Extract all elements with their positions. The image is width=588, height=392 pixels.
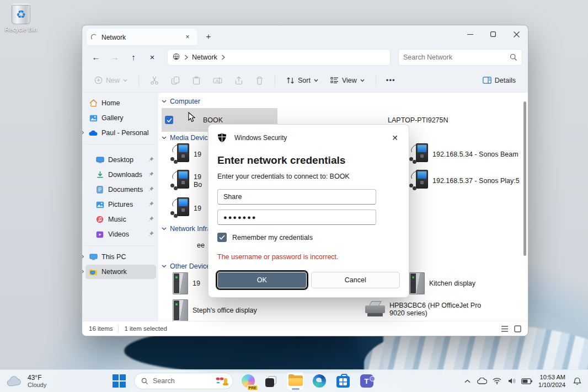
network-location-icon bbox=[172, 53, 180, 61]
sort-button[interactable]: Sort bbox=[282, 73, 323, 88]
sidebar-item-home[interactable]: Home bbox=[85, 96, 156, 110]
back-button[interactable]: ← bbox=[88, 50, 104, 65]
new-tab-button[interactable]: + bbox=[202, 31, 215, 41]
details-view-toggle-icon[interactable] bbox=[501, 325, 509, 332]
vertical-scrollbar[interactable] bbox=[523, 95, 527, 319]
device-tile-steph-display[interactable]: Steph's office display bbox=[173, 299, 257, 321]
details-pane-button[interactable]: Details bbox=[478, 73, 520, 88]
device-tile-kitchen-display[interactable]: Kitchen display bbox=[409, 272, 475, 294]
search-box[interactable] bbox=[398, 49, 522, 66]
expand-chevron-icon[interactable] bbox=[82, 129, 84, 137]
downloads-icon bbox=[95, 170, 104, 179]
sidebar-item-onedrive[interactable]: Paul - Personal bbox=[85, 126, 156, 140]
device-tile-media-3[interactable]: 19 bbox=[170, 197, 201, 219]
collapse-chevron-icon[interactable] bbox=[162, 136, 167, 139]
task-view-button[interactable] bbox=[263, 372, 281, 390]
password-field[interactable] bbox=[217, 210, 376, 225]
up-button[interactable]: ↑ bbox=[125, 50, 142, 65]
group-header-media-devices[interactable]: Media Devices bbox=[162, 134, 215, 142]
delete-button[interactable] bbox=[251, 73, 268, 88]
device-tile-router[interactable]: ee bbox=[167, 237, 205, 254]
view-button[interactable]: View bbox=[326, 73, 369, 88]
close-button[interactable] bbox=[505, 25, 528, 43]
media-player-icon bbox=[170, 197, 189, 219]
large-icons-view-toggle-icon[interactable] bbox=[514, 325, 521, 332]
svg-text:A: A bbox=[216, 78, 218, 83]
breadcrumb[interactable]: Network bbox=[192, 53, 217, 61]
pin-icon bbox=[148, 186, 154, 194]
recycle-bin[interactable]: ♻ Recycle Bin bbox=[3, 3, 39, 33]
teams-button[interactable]: T bbox=[357, 372, 376, 390]
tray-overflow-chevron-icon[interactable] bbox=[462, 379, 473, 383]
rename-button[interactable]: A bbox=[209, 73, 227, 88]
start-button[interactable] bbox=[110, 372, 129, 390]
sidebar-item-network[interactable]: Network bbox=[85, 265, 156, 279]
device-tile-printer[interactable]: HPB3CBC6 (HP OfficeJet Pro 9020 series) bbox=[365, 301, 481, 318]
sidebar-item-this-pc[interactable]: This PC bbox=[85, 250, 156, 264]
sidebar-item-desktop[interactable]: Desktop bbox=[92, 153, 156, 167]
microsoft-store-button[interactable] bbox=[334, 372, 352, 390]
copy-button[interactable] bbox=[167, 73, 184, 88]
address-bar[interactable]: Network bbox=[167, 49, 391, 66]
sidebar-item-documents[interactable]: Documents bbox=[92, 182, 156, 197]
cut-button[interactable] bbox=[146, 73, 163, 88]
collapse-chevron-icon[interactable] bbox=[162, 100, 167, 103]
search-icon[interactable] bbox=[510, 53, 517, 61]
sidebar-item-pictures[interactable]: Pictures bbox=[92, 197, 156, 212]
device-tile-sonos-beam[interactable]: 192.168.5.34 - Sonos Beam bbox=[409, 143, 518, 165]
tab-close-icon[interactable]: × bbox=[183, 33, 193, 42]
device-tile-other-1[interactable]: 19 bbox=[173, 272, 200, 294]
edge-button[interactable] bbox=[310, 372, 328, 390]
file-explorer-button[interactable] bbox=[286, 372, 304, 390]
dialog-close-button[interactable]: ✕ bbox=[387, 131, 403, 144]
cancel-button[interactable]: Cancel bbox=[311, 272, 400, 288]
notification-bell-icon[interactable] bbox=[571, 377, 582, 385]
search-input[interactable] bbox=[403, 53, 510, 61]
weather-temp: 43°F bbox=[28, 374, 46, 382]
paste-button[interactable] bbox=[188, 73, 205, 88]
onedrive-tray-icon[interactable] bbox=[477, 378, 488, 384]
breadcrumb-chevron-icon[interactable] bbox=[221, 55, 225, 60]
new-button[interactable]: New bbox=[90, 73, 132, 88]
copilot-button[interactable]: PRE bbox=[239, 372, 257, 390]
share-button[interactable] bbox=[230, 73, 248, 88]
remember-credentials-row[interactable]: Remember my credentials bbox=[217, 233, 400, 242]
sidebar-item-downloads[interactable]: Downloads bbox=[92, 168, 156, 182]
maximize-button[interactable] bbox=[482, 25, 505, 43]
details-pane-icon bbox=[483, 77, 491, 84]
minimize-button[interactable] bbox=[458, 25, 482, 43]
selection-checkbox[interactable] bbox=[165, 116, 173, 124]
tab-network[interactable]: Network × bbox=[87, 29, 197, 46]
forward-button[interactable]: → bbox=[106, 50, 123, 65]
sidebar-item-videos[interactable]: Videos bbox=[92, 227, 156, 241]
group-header-computer[interactable]: Computer bbox=[162, 98, 200, 105]
device-tile-media-2[interactable]: 19 Bo bbox=[170, 170, 202, 192]
device-label: 19 Bo bbox=[194, 173, 202, 189]
file-explorer-icon bbox=[288, 375, 303, 386]
stop-refresh-button[interactable]: × bbox=[144, 50, 161, 65]
expand-chevron-icon[interactable] bbox=[82, 268, 84, 276]
device-tile-sonos-play5[interactable]: 192.168.5.37 - Sonos Play:5 bbox=[409, 170, 520, 192]
username-field[interactable] bbox=[217, 189, 376, 205]
device-tile-media-1[interactable]: 19 bbox=[170, 143, 201, 165]
network-folder-icon bbox=[89, 267, 98, 276]
sidebar-item-gallery[interactable]: Gallery bbox=[85, 111, 156, 125]
volume-icon[interactable] bbox=[506, 378, 517, 384]
clock[interactable]: 10:53 AM 1/10/2024 bbox=[538, 373, 565, 389]
wifi-icon[interactable] bbox=[491, 378, 503, 384]
router-icon bbox=[167, 237, 193, 254]
device-label: ee bbox=[197, 241, 205, 249]
expand-chevron-icon[interactable] bbox=[82, 253, 84, 261]
windows-security-dialog: Windows Security ✕ Enter network credent… bbox=[208, 124, 409, 298]
scrollbar-thumb[interactable] bbox=[523, 101, 526, 256]
ok-button[interactable]: OK bbox=[217, 272, 307, 288]
sidebar-item-music[interactable]: Music bbox=[92, 212, 156, 227]
remember-checkbox[interactable] bbox=[217, 233, 227, 242]
battery-icon[interactable] bbox=[521, 378, 532, 384]
weather-widget[interactable]: 43°F Cloudy bbox=[0, 374, 110, 388]
collapse-chevron-icon[interactable] bbox=[162, 265, 167, 268]
more-options-button[interactable]: ••• bbox=[383, 76, 399, 84]
group-header-other-devices[interactable]: Other Devices bbox=[162, 262, 213, 270]
collapse-chevron-icon[interactable] bbox=[162, 227, 167, 230]
taskbar-search[interactable]: Search bbox=[134, 373, 233, 389]
